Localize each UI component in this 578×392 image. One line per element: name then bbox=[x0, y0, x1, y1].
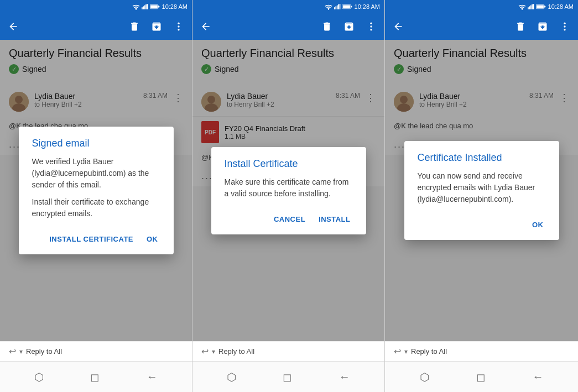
svg-rect-38 bbox=[544, 6, 545, 8]
nav-recent-icon-2[interactable]: ⬡ bbox=[227, 370, 236, 384]
status-bar-3: 10:28 AM bbox=[385, 0, 578, 13]
app-bar-1 bbox=[0, 13, 192, 40]
reply-label-3[interactable]: Reply to All bbox=[411, 347, 447, 356]
nav-recent-icon-1[interactable]: ⬡ bbox=[34, 370, 44, 384]
wifi-icon-3 bbox=[518, 3, 526, 10]
svg-rect-2 bbox=[143, 6, 144, 9]
svg-rect-8 bbox=[158, 6, 159, 8]
nav-home-icon-1[interactable]: ◻ bbox=[90, 370, 100, 384]
signal-icon bbox=[142, 3, 148, 10]
reply-section-2: ↩ ▾ Reply to All bbox=[192, 341, 384, 361]
reply-label-1[interactable]: Reply to All bbox=[26, 347, 62, 356]
ok-button-3[interactable]: OK bbox=[530, 216, 546, 233]
dialog-body-1: We verified Lydia Bauer (lydia@lucernepu… bbox=[32, 156, 160, 219]
svg-rect-32 bbox=[529, 6, 530, 9]
svg-point-26 bbox=[370, 29, 372, 30]
phone-panel-2: 10:28 AM Quarterly Financial Res bbox=[192, 0, 385, 392]
phone-panel-3: 10:28 AM Quarterly Financial Res bbox=[385, 0, 578, 392]
reply-section-1: ↩ ▾ Reply to All bbox=[0, 341, 192, 361]
dialog-body-2: Make sure this certificate came from a v… bbox=[225, 176, 353, 200]
dialog-ok-button-1[interactable]: OK bbox=[144, 231, 160, 248]
reply-arrow-icon-2: ↩ bbox=[201, 346, 209, 357]
nav-home-icon-2[interactable]: ◻ bbox=[283, 370, 292, 384]
archive-button-1[interactable] bbox=[148, 18, 165, 35]
svg-rect-20 bbox=[339, 4, 340, 9]
dialog-1: Signed email We verified Lydia Bauer (ly… bbox=[19, 127, 174, 254]
svg-rect-5 bbox=[147, 4, 148, 9]
reply-dropdown-icon-3[interactable]: ▾ bbox=[404, 348, 408, 356]
dialog-title-2: Install Certificate bbox=[225, 158, 353, 170]
delete-button-2[interactable] bbox=[318, 18, 336, 35]
svg-point-24 bbox=[370, 23, 372, 24]
status-icons-1 bbox=[132, 3, 160, 10]
dialog-body-3: You can now send and receive encrypted e… bbox=[418, 170, 546, 205]
archive-button-2[interactable] bbox=[340, 18, 358, 35]
nav-home-icon-3[interactable]: ◻ bbox=[476, 370, 486, 384]
cancel-button-2[interactable]: CANCEL bbox=[272, 211, 308, 228]
wifi-icon bbox=[132, 3, 140, 10]
more-button-3[interactable] bbox=[556, 18, 574, 35]
wifi-icon-2 bbox=[325, 3, 332, 10]
svg-point-40 bbox=[564, 25, 565, 27]
nav-back-icon-3[interactable]: ← bbox=[533, 370, 544, 383]
reply-dropdown-icon-1[interactable]: ▾ bbox=[19, 348, 23, 356]
bottom-bar-3: ⬡ ◻ ← bbox=[385, 361, 578, 392]
svg-rect-16 bbox=[334, 7, 335, 9]
dialog-actions-1: INSTALL CERTIFICATE OK bbox=[32, 228, 160, 248]
nav-recent-icon-3[interactable]: ⬡ bbox=[420, 370, 429, 384]
bottom-bar-2: ⬡ ◻ ← bbox=[192, 361, 384, 392]
battery-icon bbox=[150, 4, 160, 9]
svg-point-9 bbox=[178, 23, 179, 24]
svg-rect-18 bbox=[336, 6, 337, 9]
status-bar-2: 10:28 AM bbox=[192, 0, 384, 13]
phone-panel-1: 10:28 AM Quarterly Financial Res bbox=[0, 0, 192, 392]
delete-button-3[interactable] bbox=[512, 18, 529, 35]
delete-button-1[interactable] bbox=[126, 18, 143, 35]
nav-back-icon-2[interactable]: ← bbox=[339, 370, 350, 383]
status-icons-3 bbox=[518, 3, 546, 10]
svg-rect-22 bbox=[343, 5, 350, 8]
svg-point-25 bbox=[370, 25, 372, 27]
signal-icon-3 bbox=[528, 3, 534, 10]
svg-rect-33 bbox=[530, 6, 531, 9]
archive-button-3[interactable] bbox=[534, 18, 551, 35]
status-bar-1: 10:28 AM bbox=[0, 0, 192, 13]
overlay-2: Install Certificate Make sure this certi… bbox=[192, 40, 384, 341]
nav-back-icon-1[interactable]: ← bbox=[147, 370, 158, 383]
time-display-1: 10:28 AM bbox=[162, 3, 188, 10]
app-bar-2 bbox=[192, 13, 384, 40]
battery-icon-2 bbox=[342, 4, 352, 9]
svg-point-39 bbox=[564, 23, 565, 24]
dialog-title-3: Certificate Installed bbox=[418, 152, 546, 164]
svg-rect-7 bbox=[150, 5, 158, 8]
time-display-2: 10:28 AM bbox=[355, 3, 380, 10]
reply-arrow-icon-3: ↩ bbox=[394, 346, 401, 357]
more-button-1[interactable] bbox=[170, 18, 188, 35]
email-background-3: Quarterly Financial Results ✓ Signed Lyd… bbox=[385, 40, 578, 341]
svg-rect-17 bbox=[335, 6, 336, 9]
svg-rect-37 bbox=[537, 5, 544, 8]
back-button-3[interactable] bbox=[389, 18, 407, 35]
reply-section-3: ↩ ▾ Reply to All bbox=[385, 341, 578, 361]
time-display-3: 10:28 AM bbox=[548, 3, 574, 10]
more-button-2[interactable] bbox=[362, 18, 380, 35]
svg-rect-19 bbox=[338, 4, 339, 9]
svg-rect-4 bbox=[145, 4, 147, 9]
reply-label-2[interactable]: Reply to All bbox=[218, 347, 254, 356]
dialog-2: Install Certificate Make sure this certi… bbox=[211, 147, 366, 234]
svg-point-10 bbox=[178, 25, 179, 27]
install-button-2[interactable]: INSTALL bbox=[316, 211, 352, 228]
overlay-1: Signed email We verified Lydia Bauer (ly… bbox=[0, 40, 192, 341]
dialog-actions-2: CANCEL INSTALL bbox=[225, 208, 353, 228]
dialog-3: Certificate Installed You can now send a… bbox=[404, 141, 559, 240]
dialog-actions-3: OK bbox=[418, 214, 546, 233]
svg-rect-3 bbox=[144, 6, 145, 9]
svg-rect-35 bbox=[533, 4, 534, 9]
install-certificate-button[interactable]: INSTALL CERTIFICATE bbox=[47, 231, 136, 248]
email-background-2: Quarterly Financial Results ✓ Signed Lyd… bbox=[192, 40, 384, 341]
signal-icon-2 bbox=[334, 3, 341, 10]
battery-icon-3 bbox=[536, 4, 546, 9]
back-button-1[interactable] bbox=[4, 18, 22, 35]
reply-dropdown-icon-2[interactable]: ▾ bbox=[212, 348, 215, 356]
back-button-2[interactable] bbox=[197, 18, 215, 35]
